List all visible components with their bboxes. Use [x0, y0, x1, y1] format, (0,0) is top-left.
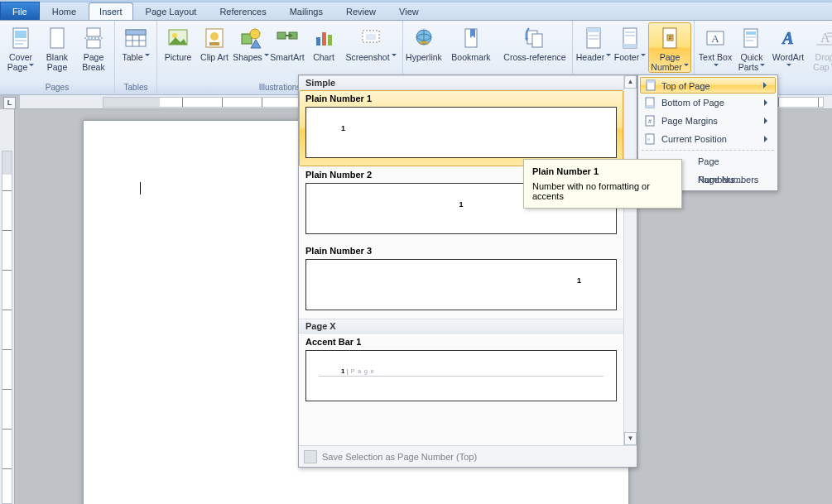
page-break-label: Page Break [82, 52, 104, 72]
page-number-gallery: Simple Plain Number 1 1 Plain Number 2 1… [298, 74, 637, 468]
gallery-item-plain-number-3[interactable]: Plain Number 3 1 [299, 242, 623, 319]
svg-rect-6 [87, 40, 100, 48]
quick-parts-button[interactable]: Quick Parts [733, 22, 770, 72]
svg-rect-32 [532, 34, 542, 47]
svg-rect-24 [316, 37, 320, 46]
chevron-right-icon [764, 99, 771, 106]
group-pages: Cover Page Blank Page Page Break Pages [0, 21, 115, 94]
chevron-right-icon [764, 118, 771, 124]
header-button[interactable]: Header [575, 22, 612, 62]
menu-label: Page Numbers [698, 175, 758, 185]
menu-current-position[interactable]: Current Position [640, 130, 776, 148]
page-break-button[interactable]: Page Break [75, 22, 112, 72]
menu-label: Page Margins [661, 116, 718, 126]
svg-rect-53 [827, 32, 832, 34]
svg-rect-63 [647, 138, 650, 141]
blank-page-button[interactable]: Blank Page [39, 22, 75, 72]
page-number-label: Page Number [651, 52, 681, 72]
svg-rect-39 [623, 44, 637, 48]
tab-view[interactable]: View [388, 2, 430, 20]
clip-art-button[interactable]: Clip Art [196, 22, 233, 62]
svg-rect-55 [816, 44, 832, 46]
svg-rect-25 [322, 32, 326, 46]
svg-rect-48 [746, 31, 756, 35]
hyperlink-button[interactable]: Hyperlink [406, 22, 442, 62]
menu-page-margins[interactable]: # Page Margins [640, 112, 776, 130]
smartart-button[interactable]: SmartArt [269, 22, 305, 62]
svg-rect-54 [827, 36, 832, 37]
svg-rect-57 [647, 80, 655, 83]
tooltip: Plain Number 1 Number with no formatting… [523, 159, 682, 209]
gallery-item-preview: 1 [305, 107, 617, 158]
smartart-label: SmartArt [270, 52, 304, 62]
gallery-item-preview: 1 [305, 259, 617, 310]
tooltip-body: Number with no formatting or accents [532, 181, 673, 201]
svg-rect-40 [625, 31, 635, 33]
chevron-right-icon [764, 136, 771, 142]
gallery-category-simple: Simple [299, 75, 623, 90]
text-box-label: Text Box [699, 52, 732, 62]
table-button[interactable]: Table [118, 22, 154, 62]
chart-label: Chart [313, 52, 334, 62]
svg-rect-18 [209, 42, 219, 46]
group-tables: Table Tables [115, 21, 157, 94]
bookmark-button[interactable]: Bookmark [442, 22, 500, 62]
text-cursor [140, 182, 141, 194]
scroll-down-icon[interactable]: ▼ [624, 432, 637, 445]
svg-text:#: # [648, 118, 652, 124]
tab-home[interactable]: Home [41, 2, 87, 20]
group-label-tables: Tables [118, 83, 154, 94]
screenshot-button[interactable]: Screenshot [342, 22, 400, 62]
footer-button[interactable]: Footer [612, 22, 648, 62]
gallery-save-label: Save Selection as Page Number (Top) [322, 446, 477, 468]
menu-separator [642, 150, 774, 151]
svg-rect-5 [87, 28, 100, 36]
svg-rect-1 [15, 31, 26, 38]
svg-point-17 [210, 32, 219, 41]
svg-rect-13 [126, 30, 146, 35]
menu-label: Current Position [661, 134, 727, 144]
tab-insert[interactable]: Insert [89, 2, 133, 20]
menu-label: Bottom of Page [661, 98, 724, 108]
tab-references[interactable]: References [209, 2, 277, 20]
svg-rect-21 [277, 32, 286, 39]
group-label-pages: Pages [2, 83, 112, 94]
blank-page-label: Blank Page [46, 52, 68, 72]
menu-bottom-of-page[interactable]: Bottom of Page [640, 94, 776, 112]
cross-reference-button[interactable]: Cross-reference [500, 22, 570, 62]
tab-selector[interactable]: L [3, 97, 16, 109]
gallery-item-label: Plain Number 3 [305, 246, 617, 256]
page-number-button[interactable]: # Page Number [648, 22, 691, 73]
cover-page-button[interactable]: Cover Page [2, 22, 39, 72]
text-box-button[interactable]: A Text Box [697, 22, 733, 72]
svg-rect-28 [366, 34, 376, 40]
svg-rect-35 [587, 28, 600, 32]
svg-rect-50 [746, 40, 753, 41]
bookmark-label: Bookmark [451, 52, 490, 62]
gallery-scrollbar[interactable]: ▲ ▼ [623, 75, 637, 445]
clip-art-label: Clip Art [200, 52, 228, 62]
vertical-ruler[interactable] [0, 109, 15, 504]
tab-mailings[interactable]: Mailings [279, 2, 334, 20]
gallery-item-plain-number-1[interactable]: Plain Number 1 1 [299, 90, 623, 166]
picture-button[interactable]: Picture [160, 22, 196, 62]
save-icon [304, 450, 317, 463]
svg-point-15 [172, 33, 177, 38]
footer-label: Footer [614, 52, 639, 62]
menu-top-of-page[interactable]: Top of Page [640, 77, 776, 94]
shapes-button[interactable]: Shapes [233, 22, 269, 62]
tab-review[interactable]: Review [335, 2, 387, 20]
scroll-up-icon[interactable]: ▲ [624, 75, 637, 89]
file-tab[interactable]: File [0, 2, 40, 20]
svg-text:A: A [711, 32, 719, 45]
gallery-item-accent-bar-1[interactable]: Accent Bar 1 1 | P a g e [299, 334, 623, 410]
wordart-button[interactable]: A WordArt [770, 22, 806, 72]
drop-cap-button: A Drop Cap [806, 22, 832, 72]
svg-rect-37 [589, 38, 599, 40]
svg-rect-59 [646, 105, 654, 108]
chart-button[interactable]: Chart [305, 22, 342, 62]
svg-rect-41 [625, 35, 635, 36]
gallery-item-preview: 1 | P a g e [305, 350, 617, 401]
svg-rect-2 [15, 40, 26, 41]
tab-page-layout[interactable]: Page Layout [135, 2, 208, 20]
